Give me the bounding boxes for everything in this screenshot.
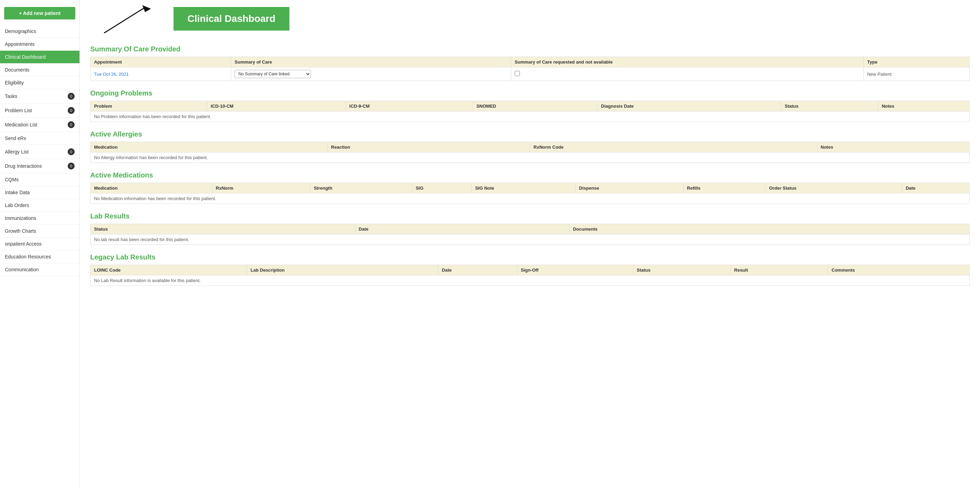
sidebar-item-education-resources[interactable]: Education Resources bbox=[0, 251, 80, 263]
legacy-lab-results-empty: No Lab Result information is available f… bbox=[91, 275, 970, 286]
sidebar-item-label: Clinical Dashboard bbox=[5, 54, 46, 60]
arrow-icon bbox=[94, 3, 170, 35]
lab-results-title: Lab Results bbox=[90, 212, 970, 220]
col-date: Date bbox=[355, 224, 570, 235]
sidebar-item-drug-interactions[interactable]: Drug Interactions0 bbox=[0, 159, 80, 173]
summary-of-care-select[interactable]: No Summary of Care linked bbox=[235, 70, 311, 78]
legacy-lab-results-section: Legacy Lab Results LOINC Code Lab Descri… bbox=[90, 253, 970, 286]
sidebar-item-immunizations[interactable]: Immunizations bbox=[0, 212, 80, 225]
legacy-lab-results-title: Legacy Lab Results bbox=[90, 253, 970, 261]
lab-results-section: Lab Results Status Date Documents No lab… bbox=[90, 212, 970, 245]
active-allergies-empty: No Allergy information has been recorded… bbox=[91, 152, 970, 163]
sidebar: + Add new patient DemographicsAppointmen… bbox=[0, 0, 80, 487]
page-title: Clinical Dashboard bbox=[188, 13, 275, 24]
lab-results-table: Status Date Documents No lab result has … bbox=[90, 224, 970, 245]
sidebar-item-send-erx[interactable]: Send eRx bbox=[0, 132, 80, 145]
active-medications-title: Active Medications bbox=[90, 171, 970, 179]
sidebar-item-appointments[interactable]: Appointments bbox=[0, 38, 80, 51]
sidebar-item-lab-orders[interactable]: Lab Orders bbox=[0, 199, 80, 212]
svg-line-0 bbox=[104, 7, 146, 33]
sidebar-item-label: CQMs bbox=[5, 177, 19, 182]
lab-results-empty: No lab result has been recorded for this… bbox=[91, 235, 970, 245]
col-type: Type bbox=[864, 57, 969, 67]
active-medications-section: Active Medications Medication RxNorm Str… bbox=[90, 171, 970, 204]
summary-of-care-table: Appointment Summary of Care Summary of C… bbox=[90, 57, 970, 81]
col-status: Status bbox=[91, 224, 355, 235]
col-problem: Problem bbox=[91, 101, 207, 112]
sidebar-item-cqms[interactable]: CQMs bbox=[0, 173, 80, 186]
active-allergies-table: Medication Reaction RxNorm Code Notes No… bbox=[90, 142, 970, 163]
col-status: Status bbox=[781, 101, 878, 112]
sidebar-item-eligibility[interactable]: Eligibility bbox=[0, 77, 80, 89]
sidebar-item-documents[interactable]: Documents bbox=[0, 64, 80, 77]
sidebar-item-communication[interactable]: Communication bbox=[0, 263, 80, 276]
sidebar-item-label: onpatient Access bbox=[5, 241, 41, 247]
sidebar-item-onpatient-access[interactable]: onpatient Access bbox=[0, 238, 80, 251]
sidebar-item-label: Eligibility bbox=[5, 80, 24, 85]
sidebar-item-allergy-list[interactable]: Allergy List0 bbox=[0, 145, 80, 159]
sidebar-item-problem-list[interactable]: Problem List0 bbox=[0, 104, 80, 118]
col-notes: Notes bbox=[878, 101, 969, 112]
col-diagnosis-date: Diagnosis Date bbox=[598, 101, 781, 112]
add-patient-button[interactable]: + Add new patient bbox=[4, 7, 75, 19]
sidebar-item-tasks[interactable]: Tasks0 bbox=[0, 89, 80, 104]
legacy-lab-results-table: LOINC Code Lab Description Date Sign-Off… bbox=[90, 265, 970, 286]
col-snomed: SNOMED bbox=[473, 101, 597, 112]
col-medication: Medication bbox=[91, 183, 212, 193]
sidebar-item-intake-data[interactable]: Intake Data bbox=[0, 186, 80, 199]
col-loinc-code: LOINC Code bbox=[91, 265, 247, 275]
col-icd9: ICD-9-CM bbox=[346, 101, 473, 112]
table-row: No Lab Result information is available f… bbox=[91, 275, 970, 286]
appointment-link[interactable]: Tue Oct 26, 2021 bbox=[94, 72, 129, 77]
col-order-status: Order Status bbox=[765, 183, 902, 193]
col-medication: Medication bbox=[91, 142, 328, 152]
ongoing-problems-title: Ongoing Problems bbox=[90, 89, 970, 97]
sidebar-item-label: Send eRx bbox=[5, 136, 26, 141]
col-rxnorm: RxNorm bbox=[212, 183, 310, 193]
col-lab-description: Lab Description bbox=[247, 265, 438, 275]
sidebar-item-label: Growth Charts bbox=[5, 228, 36, 234]
table-row: No Problem information has been recorded… bbox=[91, 112, 970, 122]
col-date: Date bbox=[902, 183, 969, 193]
col-result: Result bbox=[730, 265, 828, 275]
col-strength: Strength bbox=[310, 183, 412, 193]
appointment-type: New Patient bbox=[864, 67, 969, 81]
sidebar-item-medication-list[interactable]: Medication List0 bbox=[0, 118, 80, 132]
col-status: Status bbox=[633, 265, 730, 275]
table-row: Tue Oct 26, 2021 No Summary of Care link… bbox=[91, 67, 970, 81]
active-allergies-section: Active Allergies Medication Reaction RxN… bbox=[90, 130, 970, 163]
sidebar-item-clinical-dashboard[interactable]: Clinical Dashboard bbox=[0, 51, 80, 64]
table-row: No Allergy information has been recorded… bbox=[91, 152, 970, 163]
sidebar-item-label: Communication bbox=[5, 267, 38, 272]
sidebar-item-label: Problem List bbox=[5, 108, 32, 113]
sidebar-item-label: Lab Orders bbox=[5, 203, 29, 208]
sidebar-item-label: Documents bbox=[5, 67, 30, 73]
col-notes: Notes bbox=[817, 142, 969, 152]
col-requested-not-available: Summary of Care requested and not availa… bbox=[511, 57, 864, 67]
sidebar-item-label: Medication List bbox=[5, 122, 37, 128]
col-icd10: ICD-10-CM bbox=[207, 101, 346, 112]
col-sig: SIG bbox=[412, 183, 471, 193]
sidebar-item-growth-charts[interactable]: Growth Charts bbox=[0, 225, 80, 238]
main-content: Clinical Dashboard Summary Of Care Provi… bbox=[80, 0, 980, 487]
sidebar-item-demographics[interactable]: Demographics bbox=[0, 25, 80, 38]
col-summary-of-care: Summary of Care bbox=[231, 57, 511, 67]
nav-badge: 0 bbox=[68, 93, 75, 100]
summary-of-care-title: Summary Of Care Provided bbox=[90, 45, 970, 53]
summary-of-care-section: Summary Of Care Provided Appointment Sum… bbox=[90, 45, 970, 81]
appointment-date: Tue Oct 26, 2021 bbox=[91, 67, 231, 81]
sidebar-item-label: Appointments bbox=[5, 42, 35, 47]
nav-badge: 0 bbox=[68, 121, 75, 128]
ongoing-problems-table: Problem ICD-10-CM ICD-9-CM SNOMED Diagno… bbox=[90, 101, 970, 122]
sidebar-item-label: Tasks bbox=[5, 93, 18, 99]
sidebar-item-label: Education Resources bbox=[5, 254, 51, 259]
requested-not-available-checkbox[interactable] bbox=[515, 71, 520, 76]
nav-badge: 0 bbox=[68, 163, 75, 169]
ongoing-problems-section: Ongoing Problems Problem ICD-10-CM ICD-9… bbox=[90, 89, 970, 122]
col-sig-note: SIG Note bbox=[472, 183, 575, 193]
col-appointment: Appointment bbox=[91, 57, 231, 67]
col-documents: Documents bbox=[570, 224, 970, 235]
sidebar-item-label: Demographics bbox=[5, 29, 36, 34]
col-refills: Refills bbox=[683, 183, 765, 193]
nav-badge: 0 bbox=[68, 148, 75, 155]
